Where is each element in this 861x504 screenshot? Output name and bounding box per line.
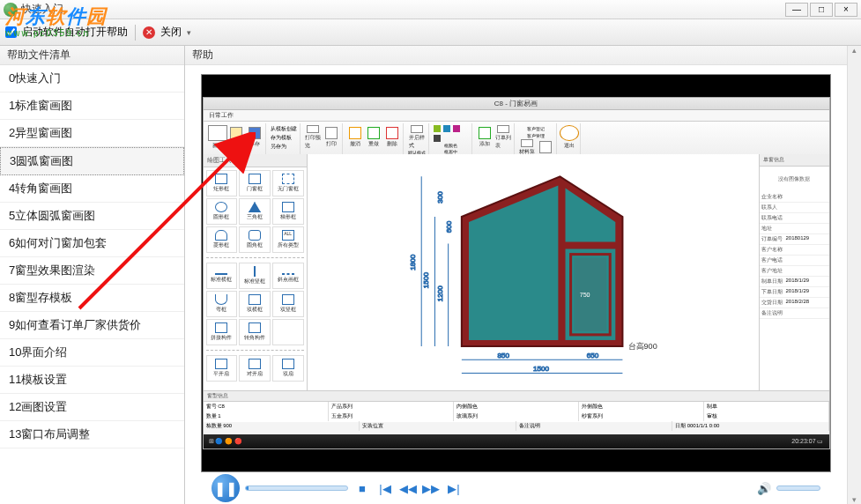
seek-bar[interactable] [245,485,348,491]
volume-icon[interactable]: 🔊 [755,479,773,497]
video-frame-content: C8 - 门窗易画 日常工作 新建打开保存文件 从模板创建存为模板另存为 打印预… [203,97,830,449]
help-content-header: 帮助 [185,46,847,65]
help-item-3[interactable]: 3圆弧窗画图 [0,147,184,175]
svg-text:300: 300 [435,191,443,204]
close-button[interactable]: × [835,3,857,17]
window-title: 快速入门 [21,2,785,17]
forward-button[interactable]: ▶▶ [422,479,440,497]
help-item-2[interactable]: 2异型窗画图 [0,120,184,147]
cad-canvas: 1800 1500 1200 300 600 850650 1500 [308,154,759,404]
next-button[interactable]: ▶| [445,479,463,497]
cad-bottom-panel: 窗型信息 窗号 C8 产品系列 内侧颜色 外侧颜色 制单 数量 1 五金系列 玻… [204,390,829,422]
help-content-pane: 帮助 C8 - 门窗易画 日常工作 新建打开保存文件 从模板创建存为模板另存为 … [185,46,847,504]
auto-open-help-checkbox[interactable] [5,26,17,38]
rewind-button[interactable]: ◀◀ [399,479,417,497]
window-titlebar: 快速入门 — □ × [0,0,861,19]
svg-text:650: 650 [586,352,598,359]
video-player[interactable]: C8 - 门窗易画 日常工作 新建打开保存文件 从模板创建存为模板另存为 打印预… [201,74,831,472]
help-item-13[interactable]: 13窗口布局调整 [0,421,184,448]
toolbar: 启动软件自动打开帮助 ✕ 关闭 ▾ [0,19,861,46]
help-list-header: 帮助文件清单 [0,46,184,65]
svg-text:1200: 1200 [435,285,443,302]
help-item-10[interactable]: 10界面介绍 [0,339,184,367]
svg-text:850: 850 [497,352,509,359]
play-pause-button[interactable]: ❚❚ [212,474,240,502]
svg-text:1500: 1500 [422,272,430,289]
help-list: 0快速入门 1标准窗画图 2异型窗画图 3圆弧窗画图 4转角窗画图 5立体圆弧窗… [0,65,184,504]
help-item-5[interactable]: 5立体圆弧窗画图 [0,203,184,230]
help-item-0[interactable]: 0快速入门 [0,65,184,93]
cad-app-title: C8 - 门窗易画 [204,98,829,110]
svg-text:台高900: 台高900 [627,342,657,351]
stop-button[interactable]: ■ [353,479,371,497]
media-controls: ❚❚ ■ |◀ ◀◀ ▶▶ ▶| 🔊 [201,472,831,504]
help-item-12[interactable]: 12画图设置 [0,394,184,421]
help-item-9[interactable]: 9如何查看订单厂家供货价 [0,312,184,339]
help-item-7[interactable]: 7窗型效果图渲染 [0,257,184,285]
auto-open-help-label: 启动软件自动打开帮助 [22,25,128,40]
cad-tool-panel: 绘图工具 矩形框 门窗框 无门窗框 圆形框 三角框 梯形框 菱形框 圆角框 AL… [204,154,308,404]
volume-slider[interactable] [776,485,820,491]
help-item-1[interactable]: 1标准窗画图 [0,93,184,120]
svg-text:1500: 1500 [533,365,550,373]
maximize-button[interactable]: □ [810,3,833,17]
cad-taskbar: ⊞ 🔵 🟠 🔴 20:23:07 ▭ [204,434,829,448]
close-icon: ✕ [143,26,155,39]
cad-properties-panel: 单窗信息 没有图像数据 企业名称 联系人 联系电话 地址 订单编号2018012… [759,154,829,404]
help-item-4[interactable]: 4转角窗画图 [0,175,184,203]
minimize-button[interactable]: — [785,3,808,17]
cad-tab: 日常工作 [204,110,829,122]
close-help-button[interactable]: 关闭 [160,25,182,40]
help-item-8[interactable]: 8窗型存模板 [0,285,184,312]
dropdown-icon[interactable]: ▾ [187,28,191,37]
help-item-11[interactable]: 11模板设置 [0,367,184,394]
svg-text:1800: 1800 [409,254,417,271]
app-icon [4,3,18,17]
svg-text:600: 600 [444,220,452,233]
prev-button[interactable]: |◀ [376,479,394,497]
help-item-6[interactable]: 6如何对门窗加包套 [0,230,184,257]
help-file-list-pane: 帮助文件清单 0快速入门 1标准窗画图 2异型窗画图 3圆弧窗画图 4转角窗画图… [0,46,185,504]
svg-text:750: 750 [579,292,590,299]
vertical-scrollbar[interactable]: ▴▾ [847,46,861,504]
